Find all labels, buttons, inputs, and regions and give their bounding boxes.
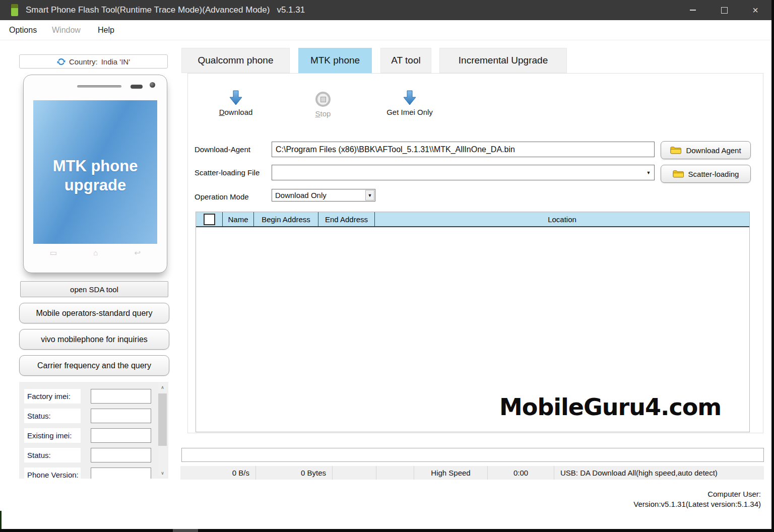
window-version: v5.1.31 bbox=[277, 5, 305, 15]
scatter-loading-label: Scatter-loading File bbox=[195, 168, 260, 177]
carrier-frequency-button[interactable]: Carrier frequency and the query bbox=[19, 355, 169, 376]
tab-at-tool[interactable]: AT tool bbox=[380, 48, 431, 73]
existing-imei-label: Existing imei: bbox=[24, 428, 81, 443]
phone-screen-line1: MTK phone bbox=[53, 157, 138, 176]
sidebar-scrollbar[interactable]: ∧ ∨ bbox=[158, 383, 167, 477]
phone-version-label: Phone Version: bbox=[24, 468, 81, 479]
imei-panel: Factory imei: Status: Existing imei: Sta… bbox=[19, 382, 168, 479]
tab-mtk-phone[interactable]: MTK phone bbox=[298, 48, 372, 73]
folder-icon bbox=[673, 170, 684, 178]
tab-incremental-upgrade[interactable]: Incremental Upgrade bbox=[439, 48, 567, 73]
phone-nav-buttons: ▭ ⌂ ↩ bbox=[24, 248, 167, 257]
minimize-icon bbox=[690, 10, 696, 11]
screen-edge-right bbox=[771, 0, 774, 532]
phone-menu-icon: ▭ bbox=[50, 248, 57, 257]
table-header: Name Begin Address End Address Location bbox=[196, 212, 749, 227]
window-title: Smart Phone Flash Tool(Runtime Trace Mod… bbox=[26, 5, 305, 15]
download-arrow-icon bbox=[229, 90, 242, 105]
maximize-button[interactable] bbox=[708, 0, 740, 20]
phone-screen-line2: upgrade bbox=[64, 176, 126, 195]
maximize-icon bbox=[721, 7, 728, 14]
column-header-name[interactable]: Name bbox=[223, 212, 254, 226]
screen-edge-bottom-segment bbox=[173, 529, 198, 532]
menu-bar: Options Window Help bbox=[0, 20, 774, 40]
column-header-begin-address[interactable]: Begin Address bbox=[254, 212, 318, 226]
menu-window: Window bbox=[52, 20, 81, 40]
screen-edge-left bbox=[0, 511, 2, 529]
get-imei-only-button[interactable]: Get Imei Only bbox=[378, 90, 441, 116]
factory-status-label: Status: bbox=[24, 409, 81, 423]
menu-help[interactable]: Help bbox=[98, 20, 114, 40]
status-empty-1 bbox=[333, 466, 376, 480]
existing-imei-input[interactable] bbox=[91, 428, 151, 443]
scrollbar-thumb[interactable] bbox=[158, 393, 167, 446]
mtk-phone-tab-page: Download Stop Get Imei Only Download-Age… bbox=[187, 73, 763, 433]
select-all-checkbox[interactable] bbox=[204, 214, 215, 225]
screen-edge-bottom bbox=[0, 529, 774, 532]
phone-speaker bbox=[77, 85, 121, 88]
phone-preview-image: MTK phone upgrade ▭ ⌂ ↩ bbox=[23, 75, 167, 273]
folder-icon bbox=[670, 146, 681, 154]
tab-qualcomm-phone[interactable]: Qualcomm phone bbox=[181, 48, 290, 73]
factory-imei-label: Factory imei: bbox=[24, 389, 81, 404]
status-speed: 0 B/s bbox=[180, 466, 256, 480]
operation-mode-label: Operation Mode bbox=[195, 192, 249, 201]
version-label: Version:v5.1.31(Latest version:5.1.34) bbox=[633, 500, 761, 508]
status-elapsed-time: 0:00 bbox=[488, 466, 554, 480]
close-button[interactable]: × bbox=[740, 0, 771, 20]
stop-button: Stop bbox=[301, 90, 345, 118]
open-sda-tool-button[interactable]: open SDA tool bbox=[20, 281, 168, 297]
mobile-operators-query-button[interactable]: Mobile operators-standard query bbox=[19, 303, 169, 323]
computer-user-label: Computer User: bbox=[707, 490, 761, 498]
status-usb-detail: USB: DA Download All(high speed,auto det… bbox=[554, 466, 764, 480]
scroll-up-icon[interactable]: ∧ bbox=[158, 383, 167, 391]
phone-back-icon: ↩ bbox=[134, 248, 141, 257]
minimize-button[interactable] bbox=[677, 0, 708, 20]
column-header-end-address[interactable]: End Address bbox=[318, 212, 375, 226]
scatter-loading-combobox[interactable]: ▼ bbox=[272, 165, 655, 180]
combo-dropdown-icon[interactable]: ▼ bbox=[644, 167, 653, 178]
download-button[interactable]: Download bbox=[213, 90, 259, 116]
existing-status-input[interactable] bbox=[91, 448, 151, 462]
status-bar: 0 B/s 0 Bytes High Speed 0:00 USB: DA Do… bbox=[180, 466, 764, 480]
download-agent-input[interactable] bbox=[272, 142, 655, 157]
app-icon bbox=[11, 4, 18, 16]
download-agent-browse-button[interactable]: Download Agent bbox=[661, 141, 751, 159]
phone-camera bbox=[150, 82, 155, 88]
select-all-cell[interactable] bbox=[196, 212, 223, 226]
status-bytes: 0 Bytes bbox=[256, 466, 333, 480]
window-controls: × bbox=[677, 0, 771, 20]
scatter-loading-browse-button[interactable]: Scatter-loading bbox=[661, 165, 751, 183]
close-icon: × bbox=[752, 5, 758, 16]
phone-home-icon: ⌂ bbox=[93, 248, 98, 257]
stop-icon bbox=[315, 92, 331, 107]
status-empty-2 bbox=[376, 466, 414, 480]
factory-status-input[interactable] bbox=[91, 409, 151, 423]
country-value: India 'IN' bbox=[101, 57, 130, 66]
scroll-down-icon[interactable]: ∨ bbox=[158, 469, 167, 477]
sync-icon bbox=[57, 57, 66, 66]
app-window: Smart Phone Flash Tool(Runtime Trace Mod… bbox=[0, 0, 774, 532]
dropdown-arrow-icon[interactable]: ▼ bbox=[365, 190, 374, 201]
existing-status-label: Status: bbox=[24, 448, 81, 462]
phone-sensor bbox=[131, 85, 143, 89]
column-header-location[interactable]: Location bbox=[375, 212, 749, 226]
vivo-inquiries-button[interactable]: vivo mobilephone for inquiries bbox=[19, 329, 169, 350]
window-title-text: Smart Phone Flash Tool(Runtime Trace Mod… bbox=[26, 5, 270, 15]
phone-version-input[interactable] bbox=[91, 468, 151, 479]
country-label: Country: bbox=[69, 57, 98, 66]
download-agent-label: Download-Agent bbox=[195, 145, 250, 154]
get-imei-arrow-icon bbox=[403, 90, 416, 105]
country-button[interactable]: Country:India 'IN' bbox=[19, 54, 168, 69]
watermark: MobileGuru4.com bbox=[499, 393, 721, 421]
progress-bar bbox=[181, 448, 764, 462]
status-usb-mode: High Speed bbox=[414, 466, 488, 480]
title-bar: Smart Phone Flash Tool(Runtime Trace Mod… bbox=[0, 0, 774, 20]
factory-imei-input[interactable] bbox=[91, 389, 151, 404]
menu-options[interactable]: Options bbox=[9, 20, 37, 40]
phone-screen: MTK phone upgrade bbox=[33, 100, 157, 244]
operation-mode-dropdown[interactable]: Download Only ▼ bbox=[272, 189, 375, 202]
